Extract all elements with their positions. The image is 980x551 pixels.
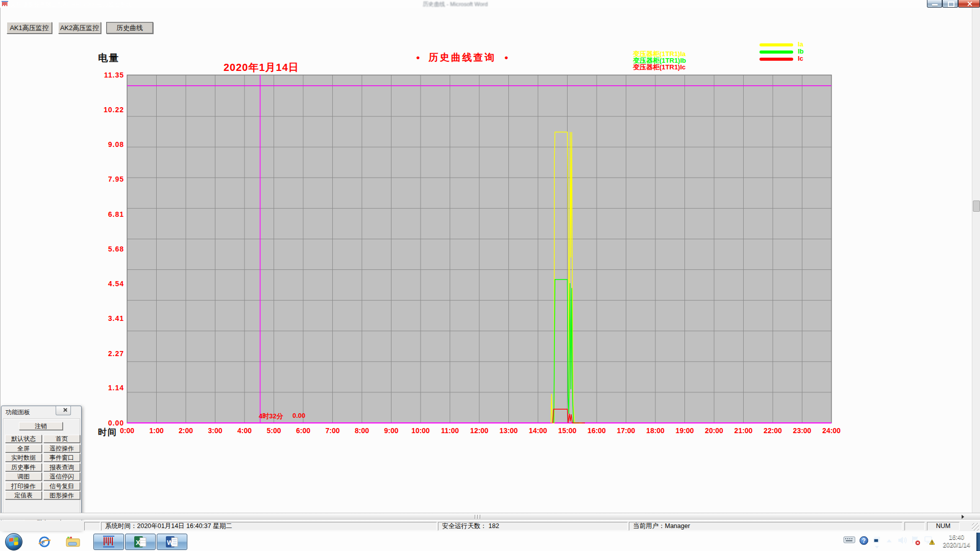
x-tick-label: 9:00 (377, 427, 406, 435)
close-icon (967, 1, 972, 7)
x-tick-label: 20:00 (700, 427, 728, 435)
logout-button[interactable]: 注销 (19, 422, 63, 430)
tab-history-curve[interactable]: 历史曲线 (106, 22, 153, 34)
function-button-grid: 默认状态首页全屏遥控操作实时数据事件窗口历史事件报表查询调图遥信停闪打印操作信号… (5, 435, 81, 499)
taskbar-ie-button[interactable]: e (33, 534, 56, 550)
legend-swatch-ic (760, 58, 793, 61)
taskbar-excel-button[interactable]: X (125, 534, 156, 550)
tray-help-icon[interactable]: ? (860, 536, 868, 545)
x-tick-label: 2:00 (172, 427, 200, 435)
chart-title: ● 历史曲线查询 ● (416, 51, 508, 64)
x-tick-label: 0:00 (113, 427, 141, 435)
x-tick-label: 14:00 (524, 427, 552, 435)
x-tick-label: 23:00 (788, 427, 817, 435)
svg-text:e: e (41, 538, 44, 546)
x-tick-label: 4:00 (230, 427, 259, 435)
resize-grip[interactable] (972, 523, 979, 531)
ghost-window-title: 历史曲线 - Microsoft Word (423, 1, 488, 8)
status-safe-run-days: 安全运行天数： 182 (438, 522, 628, 531)
y-tick-label: 3.41 (99, 314, 124, 322)
folder-icon (66, 536, 80, 547)
y-tick-label: 0.00 (99, 419, 124, 427)
panel-button[interactable]: 打印操作 (5, 482, 42, 490)
title-bullet-left: ● (416, 54, 420, 61)
panel-button[interactable]: 全屏 (5, 444, 42, 453)
taskbar-explorer-button[interactable] (61, 534, 85, 550)
app-logo-icon (2, 1, 8, 7)
x-tick-label: 16:00 (582, 427, 611, 435)
screen: 安科瑞股份有限公司ACREL2000电力监控系统 历史曲线 - Microsof… (0, 0, 980, 551)
panel-button[interactable]: 事件窗口 (43, 454, 80, 462)
maximize-button[interactable] (942, 0, 958, 8)
function-panel-window: 功能面板 注销 默认状态首页全屏遥控操作实时数据事件窗口历史事件报表查询调图遥信… (1, 406, 82, 530)
panel-button[interactable]: 图形操作 (43, 491, 80, 499)
taskbar-acrel-app-button[interactable] (93, 534, 124, 550)
x-tick-label: 11:00 (436, 427, 464, 435)
chart-title-text: 历史曲线查询 (428, 52, 496, 63)
chart-y-axis-title: 电量 (98, 52, 119, 65)
panel-button[interactable]: 默认状态 (5, 435, 42, 443)
function-panel-close-button[interactable] (56, 406, 71, 415)
svg-text:X: X (136, 539, 140, 546)
excel-icon: X (134, 535, 147, 548)
tray-volume-icon[interactable] (897, 536, 909, 547)
legend-entry-ic: 变压器柜(1TR1)Ic (633, 63, 685, 72)
x-tick-label: 24:00 (817, 427, 846, 435)
vertical-scrollbar[interactable] (972, 8, 980, 513)
title-bar: 安科瑞股份有限公司ACREL2000电力监控系统 历史曲线 - Microsof… (0, 0, 980, 8)
close-button[interactable] (958, 0, 980, 8)
x-tick-label: 1:00 (142, 427, 171, 435)
panel-button[interactable]: 报表查询 (43, 463, 80, 471)
y-tick-label: 1.14 (99, 384, 124, 392)
tray-network-warning-icon[interactable] (924, 536, 935, 548)
panel-button[interactable]: 实时数据 (5, 454, 42, 462)
panel-button[interactable]: 历史事件 (5, 463, 42, 471)
status-bar: 系统时间：2020年01月14日 16:40:37 星期二 安全运行天数： 18… (0, 520, 980, 531)
tray-clock[interactable]: 16:40 2020/1/14 (935, 534, 978, 549)
vertical-scrollbar-thumb[interactable] (973, 201, 980, 212)
panel-button[interactable]: 定值表 (5, 491, 42, 499)
panel-button[interactable]: 首页 (43, 435, 80, 443)
show-desktop-button[interactable] (976, 533, 980, 551)
y-tick-label: 6.81 (99, 210, 124, 218)
tab-ak2-hv-monitor[interactable]: AK2高压监控 (58, 22, 101, 34)
minimize-button[interactable] (927, 0, 942, 8)
panel-button[interactable]: 遥控操作 (43, 444, 80, 453)
panel-button[interactable]: 信号复归 (43, 482, 80, 490)
taskbar-word-button[interactable]: W (157, 534, 187, 550)
x-tick-label: 8:00 (348, 427, 376, 435)
legend-short-ic: Ic (798, 55, 803, 62)
svg-text:W: W (167, 539, 174, 546)
function-panel-title: 功能面板 (6, 408, 30, 417)
x-tick-label: 5:00 (260, 427, 288, 435)
toolbar-strip (0, 513, 980, 520)
windows-flag-icon (9, 537, 19, 547)
panel-button[interactable]: 调图 (5, 472, 42, 481)
toolbar-overflow-arrow-icon[interactable] (962, 515, 964, 519)
tray-input-keyboard-icon[interactable] (843, 536, 855, 546)
cursor-value-readout: 0.00 (292, 412, 305, 419)
panel-button[interactable]: 遥信停闪 (43, 472, 80, 481)
tray-restore-window-icon[interactable] (873, 536, 880, 548)
close-icon (63, 408, 67, 412)
cursor-time-readout: 4时32分 (259, 412, 283, 421)
x-tick-label: 17:00 (612, 427, 641, 435)
y-tick-label: 4.54 (99, 280, 124, 288)
tray-action-center-flag-icon[interactable] (911, 536, 921, 548)
x-tick-label: 18:00 (641, 427, 670, 435)
title-bullet-right: ● (504, 54, 508, 61)
status-system-time: 系统时间：2020年01月14日 16:40:37 星期二 (101, 522, 437, 531)
tab-ak1-hv-monitor[interactable]: AK1高压监控 (7, 22, 52, 34)
toolbar-grip[interactable] (475, 515, 482, 519)
start-button[interactable] (5, 533, 22, 550)
word-icon: W (165, 535, 179, 548)
question-glyph: ? (862, 537, 866, 544)
y-tick-label: 5.68 (99, 245, 124, 253)
chart-date-label: 2020年1月14日 (224, 61, 299, 74)
tray-show-hidden-icons[interactable] (887, 539, 892, 542)
status-current-user: 当前用户：Manager (629, 522, 902, 531)
y-tick-label: 2.27 (99, 349, 124, 358)
status-num-lock: NUM (927, 522, 960, 531)
legend-swatch-ib (760, 51, 793, 54)
x-tick-label: 10:00 (406, 427, 435, 435)
